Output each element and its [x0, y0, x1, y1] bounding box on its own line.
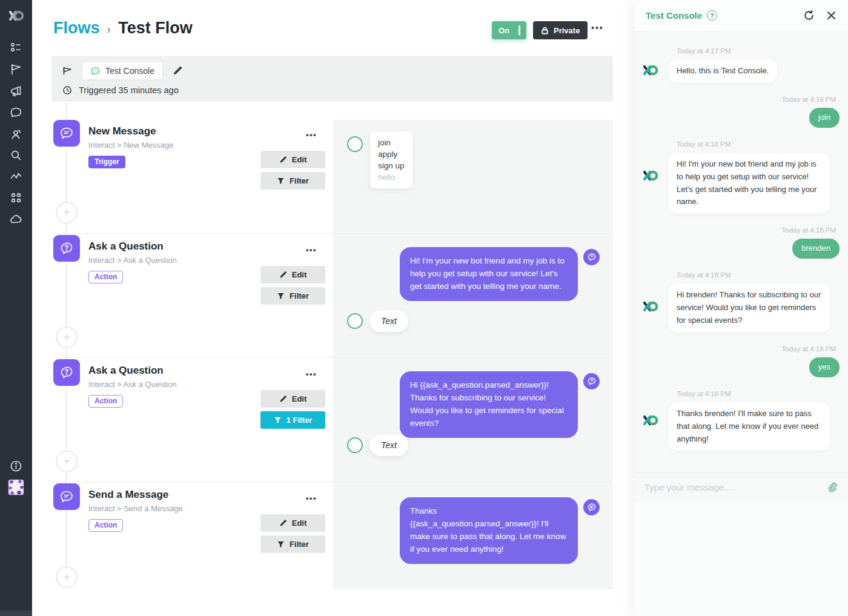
output-port[interactable] [347, 136, 363, 152]
add-step-button[interactable]: + [56, 566, 78, 588]
block-title[interactable]: Send a Message [88, 489, 168, 501]
message-input[interactable] [644, 482, 826, 492]
keyword: apply [378, 148, 405, 160]
preview-message-bubble[interactable]: Thanks {{ask_a_question.parsed_answer}}!… [400, 497, 578, 564]
app-sidebar [0, 0, 32, 616]
edit-button[interactable]: Edit [260, 266, 325, 283]
flow-status-toggle[interactable]: On [492, 21, 526, 39]
preview-message-bubble[interactable]: Hi {{ask_a_question.parsed_answer}}! Tha… [400, 371, 578, 438]
checklist-icon[interactable] [9, 41, 23, 55]
block-icon-ask-question[interactable] [53, 359, 80, 386]
megaphone-icon[interactable] [9, 84, 23, 98]
filter-button[interactable]: Filter [260, 535, 325, 553]
flow-more-menu-button[interactable]: ••• [591, 23, 604, 33]
breadcrumb: Flows › Test Flow [53, 19, 193, 38]
filter-button-label: 1 Filter [287, 416, 313, 425]
info-icon[interactable] [9, 459, 23, 473]
pencil-icon [279, 156, 287, 164]
block-title[interactable]: New Message [88, 125, 156, 137]
user-avatar[interactable] [8, 479, 24, 495]
banner-flag-icon [62, 65, 73, 76]
timestamp: Today at 4:17 PM [677, 47, 840, 55]
block-icon-ask-question[interactable] [53, 235, 80, 262]
row-divider [51, 482, 613, 482]
edit-button-label: Edit [292, 270, 307, 279]
bot-avatar-icon [641, 63, 660, 78]
bot-avatar-icon [641, 299, 660, 314]
app-logo-icon[interactable] [7, 8, 25, 23]
help-icon[interactable]: ? [707, 10, 717, 21]
edit-button[interactable]: Edit [260, 390, 325, 408]
timestamp: Today at 4:18 PM [677, 271, 840, 279]
add-step-button[interactable]: + [56, 326, 78, 348]
trigger-chip-label: Test Console [105, 66, 154, 76]
bot-avatar-icon [641, 168, 660, 183]
timestamp: Today at 4:18 PM [677, 390, 840, 397]
edit-button[interactable]: Edit [260, 514, 325, 532]
block-icon-new-message[interactable] [53, 120, 80, 147]
action-badge: Action [88, 395, 123, 408]
page-title: Test Flow [118, 19, 193, 38]
output-port[interactable] [347, 437, 363, 453]
edit-button-label: Edit [292, 394, 307, 403]
question-badge-icon[interactable] [583, 249, 600, 265]
block-more-menu[interactable]: ••• [306, 130, 317, 139]
close-icon[interactable] [826, 10, 837, 21]
bot-message: Today at 4:18 PM Hi! I'm your new bot fr… [643, 141, 840, 214]
toggle-on-label: On [499, 26, 509, 35]
activity-icon[interactable] [9, 170, 23, 184]
text-port-pill[interactable]: Text [369, 434, 408, 456]
sidebar-footer-strip [0, 611, 32, 616]
keywords-card[interactable]: join apply sign up hello [370, 131, 412, 188]
toggle-knob [518, 25, 520, 35]
trigger-banner: Test Console Triggered 35 minutes ago [51, 56, 613, 102]
breadcrumb-flows-link[interactable]: Flows [53, 19, 100, 38]
block-more-menu[interactable]: ••• [306, 369, 317, 379]
funnel-icon [277, 292, 285, 300]
row-divider [51, 357, 613, 358]
block-path: Interact > Ask a Question [88, 380, 177, 389]
question-badge-icon[interactable] [583, 373, 600, 389]
test-console-title: Test Console [646, 10, 702, 21]
filter-button[interactable]: Filter [260, 172, 325, 190]
attachment-icon[interactable] [826, 482, 838, 494]
edit-button[interactable]: Edit [260, 151, 325, 168]
block-more-menu[interactable]: ••• [306, 494, 317, 503]
cloud-icon[interactable] [9, 213, 23, 227]
block-path: Interact > New Message [88, 141, 174, 150]
keyword-muted: hello [378, 171, 405, 183]
funnel-icon [277, 177, 285, 185]
apps-icon[interactable] [9, 191, 23, 205]
chat-icon[interactable] [9, 105, 23, 119]
search-icon[interactable] [9, 148, 23, 162]
message-badge-icon[interactable] [583, 499, 600, 515]
user-message: Today at 4:18 PM yes [643, 345, 840, 377]
refresh-icon[interactable] [803, 10, 815, 21]
add-step-button[interactable]: + [56, 451, 78, 472]
flag-icon[interactable] [9, 62, 23, 76]
output-port[interactable] [347, 313, 363, 329]
edit-pencil-icon[interactable] [172, 65, 183, 76]
add-step-button[interactable]: + [56, 202, 78, 224]
block-icon-send-message[interactable] [53, 483, 80, 510]
block-more-menu[interactable]: ••• [306, 245, 317, 254]
action-badge: Action [88, 519, 123, 532]
text-port-pill[interactable]: Text [369, 310, 408, 332]
triggered-status-text: Triggered 35 minutes ago [79, 85, 179, 95]
block-title[interactable]: Ask a Question [88, 365, 164, 377]
filter-button-label: Filter [290, 291, 309, 300]
privacy-button[interactable]: Private [533, 21, 588, 39]
console-footer-area [635, 502, 848, 616]
pencil-icon [279, 395, 287, 403]
active-filter-button[interactable]: 1 Filter [260, 411, 325, 429]
filter-button-label: Filter [290, 540, 309, 549]
preview-message-bubble[interactable]: Hi! I'm your new bot friend and my job i… [400, 247, 578, 301]
contacts-icon[interactable] [9, 127, 23, 141]
lock-icon [541, 27, 549, 35]
row-divider [51, 233, 613, 234]
trigger-channel-chip[interactable]: Test Console [82, 62, 163, 80]
user-bubble: brenden [792, 239, 840, 259]
filter-button[interactable]: Filter [260, 287, 325, 305]
message-input-row [635, 472, 848, 502]
block-title[interactable]: Ask a Question [88, 240, 164, 253]
